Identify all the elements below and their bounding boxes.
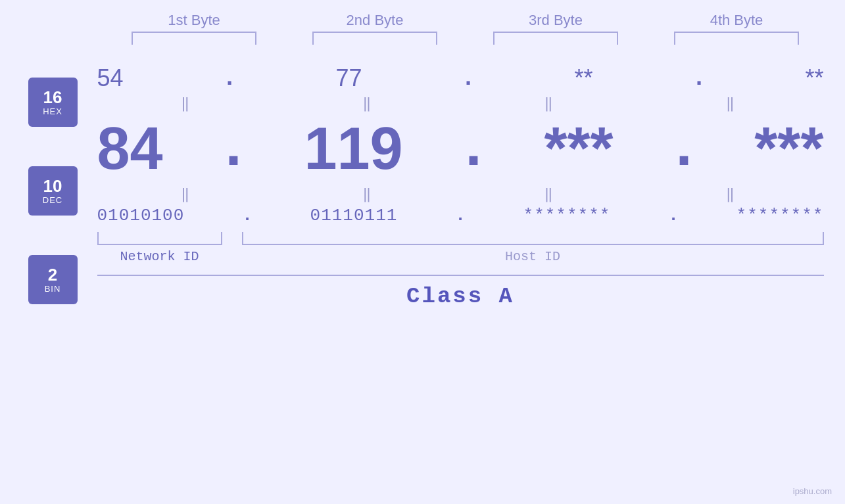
class-label: Class A bbox=[406, 284, 514, 309]
eq1-b3: ‖ bbox=[479, 95, 623, 112]
main-content-area: 16 HEX 10 DEC 2 BIN 54 . 77 . ** . ** bbox=[9, 51, 837, 309]
hex-row: 54 . 77 . ** . ** bbox=[84, 64, 837, 92]
hex-dot-3: . bbox=[692, 65, 706, 92]
class-bracket-wrapper bbox=[84, 275, 837, 276]
byte3-header: 3rd Byte bbox=[483, 12, 628, 29]
bin-badge-label: BIN bbox=[45, 284, 61, 294]
eq1-b4: ‖ bbox=[660, 95, 805, 112]
eq2-b4: ‖ bbox=[660, 185, 805, 203]
dec-dot-1: . bbox=[216, 116, 251, 183]
main-container: 1st Byte 2nd Byte 3rd Byte 4th Byte 16 H… bbox=[0, 0, 845, 504]
eq1-b1: ‖ bbox=[116, 95, 260, 112]
byte-headers: 1st Byte 2nd Byte 3rd Byte 4th Byte bbox=[104, 12, 827, 29]
bracket-top-4 bbox=[674, 32, 799, 45]
eq1-b2: ‖ bbox=[297, 95, 442, 112]
hex-dot-2: . bbox=[461, 65, 475, 92]
dec-b4: *** bbox=[754, 115, 823, 183]
bracket-gap bbox=[222, 232, 242, 245]
eq2-b2: ‖ bbox=[297, 185, 442, 203]
hex-badge: 16 HEX bbox=[28, 78, 78, 127]
hex-b4: ** bbox=[805, 64, 823, 92]
bin-b3: ******** bbox=[523, 206, 611, 225]
top-brackets bbox=[104, 32, 827, 45]
id-labels-row: Network ID Host ID bbox=[84, 249, 837, 264]
dec-dot-3: . bbox=[666, 116, 702, 183]
badges-column: 16 HEX 10 DEC 2 BIN bbox=[28, 78, 78, 304]
bin-row: 01010100 . 01110111 . ******** . *******… bbox=[84, 206, 837, 225]
hex-badge-label: HEX bbox=[43, 106, 62, 116]
bin-b1: 01010100 bbox=[97, 206, 185, 225]
hex-badge-num: 16 bbox=[43, 88, 62, 107]
bracket-top-3 bbox=[493, 32, 618, 45]
class-bracket-line bbox=[97, 275, 824, 276]
watermark: ipshu.com bbox=[793, 486, 832, 496]
bottom-brackets-row bbox=[84, 232, 837, 245]
eq2-b1: ‖ bbox=[116, 185, 260, 203]
bin-dot-3: . bbox=[668, 206, 679, 225]
dec-row: 84 . 119 . *** . *** bbox=[84, 115, 837, 183]
bin-dot-1: . bbox=[242, 206, 253, 225]
dec-badge-num: 10 bbox=[43, 177, 62, 196]
hex-b3: ** bbox=[574, 64, 592, 92]
bracket-top-2 bbox=[312, 32, 437, 45]
dec-b3: *** bbox=[544, 115, 613, 183]
dec-dot-2: . bbox=[456, 116, 491, 183]
equals-row-2: ‖ ‖ ‖ ‖ bbox=[84, 185, 837, 203]
bracket-top-1 bbox=[132, 32, 256, 45]
byte2-header: 2nd Byte bbox=[302, 12, 447, 29]
dec-b1: 84 bbox=[97, 115, 163, 183]
byte4-header: 4th Byte bbox=[664, 12, 809, 29]
dec-badge: 10 DEC bbox=[28, 166, 78, 216]
hex-b1: 54 bbox=[97, 64, 124, 92]
host-id-label: Host ID bbox=[242, 249, 824, 264]
rows-area: 54 . 77 . ** . ** ‖ ‖ ‖ ‖ 84 . 119 . bbox=[84, 51, 837, 309]
bracket-bottom-network bbox=[97, 232, 222, 245]
hex-b2: 77 bbox=[335, 64, 362, 92]
equals-row-1: ‖ ‖ ‖ ‖ bbox=[84, 95, 837, 112]
dec-b2: 119 bbox=[304, 115, 402, 183]
bracket-bottom-host bbox=[242, 232, 824, 245]
bin-badge-num: 2 bbox=[48, 265, 57, 285]
class-label-wrapper: Class A bbox=[84, 284, 837, 309]
bin-b4: ******** bbox=[736, 206, 824, 225]
eq2-b3: ‖ bbox=[479, 185, 623, 203]
dec-badge-label: DEC bbox=[43, 195, 62, 205]
hex-dot-1: . bbox=[222, 65, 237, 92]
network-id-label: Network ID bbox=[97, 249, 222, 264]
bin-b2: 01110111 bbox=[310, 206, 398, 225]
bin-badge: 2 BIN bbox=[28, 255, 78, 304]
bin-dot-2: . bbox=[455, 206, 466, 225]
byte1-header: 1st Byte bbox=[122, 12, 266, 29]
